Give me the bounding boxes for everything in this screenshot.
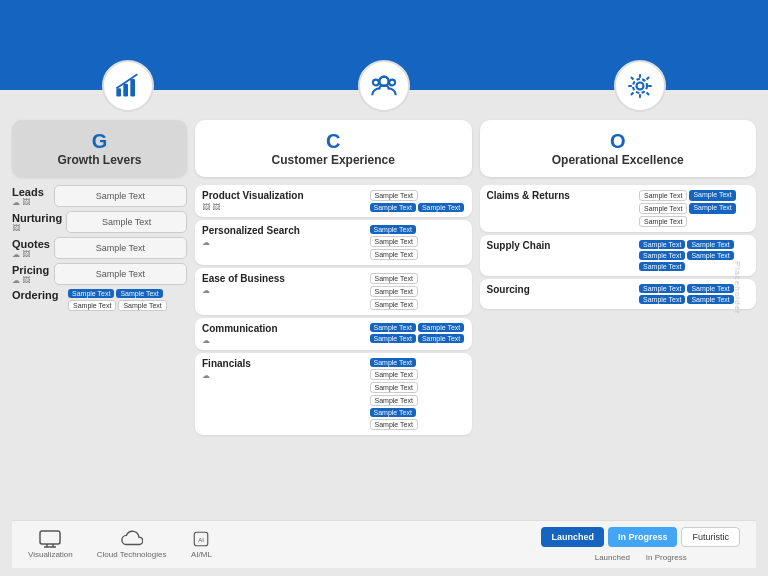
ordering-tag-4: Sample Text <box>118 300 166 311</box>
cr-tag-4: Sample Text <box>689 203 735 214</box>
supply-chain-label: Supply Chain <box>487 240 634 251</box>
nurturing-sample-btn[interactable]: Sample Text <box>66 211 187 233</box>
pricing-sample-btn[interactable]: Sample Text <box>54 263 187 285</box>
bottom-icons: Visualization Cloud Technologies AI AI/M… <box>28 530 541 559</box>
customer-icon-container <box>358 60 410 112</box>
fin-tag-5: Sample Text <box>370 408 416 417</box>
ordering-tag-row1: Sample Text Sample Text <box>68 289 187 298</box>
src-tag-1: Sample Text <box>639 284 685 293</box>
ease-of-business-row: Ease of Business ☁ Sample Text Sample Te… <box>195 268 472 315</box>
communication-icons: ☁ <box>202 336 364 345</box>
svg-rect-9 <box>40 531 60 544</box>
growth-icon-circle <box>102 60 154 112</box>
communication-tags: Sample Text Sample Text Sample Text Samp… <box>370 323 465 343</box>
comm-tag-2: Sample Text <box>418 323 464 332</box>
personalized-search-row: Personalized Search ☁ Sample Text Sample… <box>195 220 472 265</box>
operational-letter: O <box>492 130 745 153</box>
product-visualization-icons: 🖼 🖼 <box>202 203 364 212</box>
leads-row: Leads ☁ 🖼 Sample Text <box>12 185 187 207</box>
pricing-label-group: Pricing ☁ 🖼 <box>12 264 50 285</box>
ordering-tag-2: Sample Text <box>116 289 162 298</box>
personalized-search-label: Personalized Search <box>202 225 364 236</box>
svg-point-4 <box>389 80 395 86</box>
customer-letter: C <box>207 130 460 153</box>
cr-tag-1: Sample Text <box>639 190 687 201</box>
communication-left: Communication ☁ <box>202 323 364 345</box>
svg-rect-2 <box>130 79 135 97</box>
financials-label: Financials <box>202 358 364 369</box>
in-progress-label: In Progress <box>646 553 687 562</box>
cloud-icon <box>121 530 143 548</box>
financials-row: Financials ☁ Sample Text Sample Text Sam… <box>195 353 472 435</box>
launched-button[interactable]: Launched <box>541 527 604 547</box>
product-visualization-row: Product Visualization 🖼 🖼 Sample Text Sa… <box>195 185 472 217</box>
financials-icons: ☁ <box>202 371 364 380</box>
legend-labels: Launched In Progress <box>595 553 687 562</box>
sc-tag-5: Sample Text <box>639 262 685 271</box>
cloud-label: Cloud Technologies <box>97 550 167 559</box>
financials-tags: Sample Text Sample Text Sample Text Samp… <box>370 358 465 430</box>
aiml-icon-item: AI AI/ML <box>190 530 212 559</box>
customer-header: C Customer Experience <box>195 120 472 177</box>
pv-tag-3: Sample Text <box>418 203 464 212</box>
launched-label: Launched <box>595 553 630 562</box>
pv-tag-1: Sample Text <box>370 190 418 201</box>
customer-icon-circle <box>358 60 410 112</box>
visualization-icon <box>39 530 61 548</box>
comm-tag-1: Sample Text <box>370 323 416 332</box>
leads-sample-btn[interactable]: Sample Text <box>54 185 187 207</box>
product-visualization-label: Product Visualization <box>202 190 364 201</box>
growth-header: G Growth Levers <box>12 120 187 177</box>
nurturing-label: Nurturing <box>12 212 62 224</box>
nurturing-label-group: Nurturing 🖼 <box>12 212 62 233</box>
fin-tag-2: Sample Text <box>370 369 418 380</box>
bottom-bar: Visualization Cloud Technologies AI AI/M… <box>12 520 756 568</box>
nurturing-row: Nurturing 🖼 Sample Text <box>12 211 187 233</box>
quotes-label: Quotes <box>12 238 50 250</box>
operational-icon-circle <box>614 60 666 112</box>
personalized-search-tags: Sample Text Sample Text Sample Text <box>370 225 465 260</box>
claims-label: Claims & Returns <box>487 190 634 201</box>
product-visualization-left: Product Visualization 🖼 🖼 <box>202 190 364 212</box>
ordering-tags: Sample Text Sample Text Sample Text Samp… <box>68 289 187 311</box>
sc-tag-3: Sample Text <box>639 251 685 260</box>
operational-header: O Operational Excellence <box>480 120 757 177</box>
growth-icon-container <box>102 60 154 112</box>
src-tag-4: Sample Text <box>687 295 733 304</box>
src-tag-2: Sample Text <box>687 284 733 293</box>
quotes-label-group: Quotes ☁ 🖼 <box>12 238 50 259</box>
eb-tag-3: Sample Text <box>370 299 418 310</box>
svg-point-5 <box>373 80 379 86</box>
growth-title: Growth Levers <box>24 153 175 167</box>
cr-tag-5: Sample Text <box>639 216 687 227</box>
leads-label-group: Leads ☁ 🖼 <box>12 186 50 207</box>
futuristic-button[interactable]: Futuristic <box>681 527 740 547</box>
personalized-search-left: Personalized Search ☁ <box>202 225 364 247</box>
visualization-icon-item: Visualization <box>28 530 73 559</box>
fin-tag-4: Sample Text <box>370 395 418 406</box>
ordering-tag-1: Sample Text <box>68 289 114 298</box>
ps-tag-1: Sample Text <box>370 225 416 234</box>
in-progress-button[interactable]: In Progress <box>608 527 678 547</box>
ordering-label: Ordering <box>12 289 64 301</box>
leads-icons: ☁ 🖼 <box>12 198 50 207</box>
operational-icon-container <box>614 60 666 112</box>
pv-tag-2: Sample Text <box>370 203 416 212</box>
growth-items: Leads ☁ 🖼 Sample Text Nurturing 🖼 Sample… <box>12 185 187 313</box>
ease-of-business-label: Ease of Business <box>202 273 364 284</box>
ordering-label-group: Ordering <box>12 289 64 301</box>
ordering-row: Ordering Sample Text Sample Text Sample … <box>12 289 187 311</box>
personalized-search-icons: ☁ <box>202 238 364 247</box>
quotes-sample-btn[interactable]: Sample Text <box>54 237 187 259</box>
growth-letter: G <box>24 130 175 153</box>
leads-label: Leads <box>12 186 50 198</box>
customer-items: Product Visualization 🖼 🖼 Sample Text Sa… <box>195 185 472 435</box>
fin-tag-1: Sample Text <box>370 358 416 367</box>
aiml-label: AI/ML <box>191 550 212 559</box>
comm-tag-4: Sample Text <box>418 334 464 343</box>
eb-tag-1: Sample Text <box>370 273 418 284</box>
operational-items: Claims & Returns Sample Text Sample Text… <box>480 185 757 309</box>
growth-column: G Growth Levers Leads ☁ 🖼 Sample Text Nu… <box>12 120 187 514</box>
ordering-tag-row2: Sample Text Sample Text <box>68 300 187 311</box>
fin-tag-6: Sample Text <box>370 419 418 430</box>
